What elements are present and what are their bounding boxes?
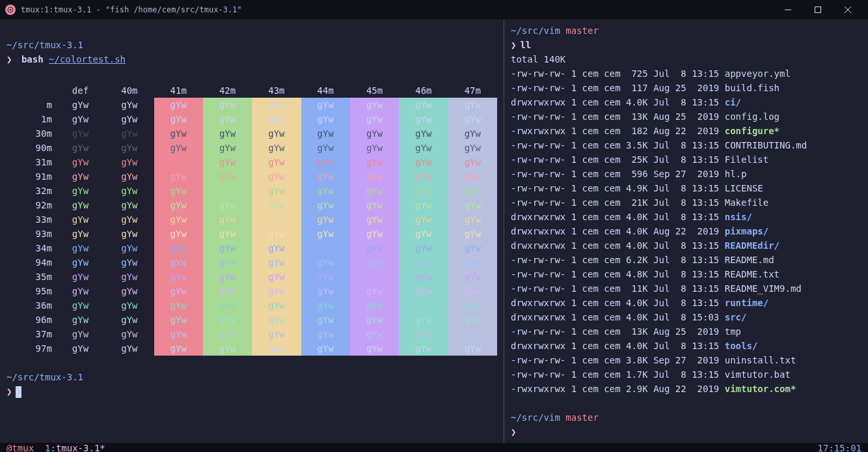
colortest-cell: gYw [301,169,350,184]
colortest-cell: gYw [399,155,448,169]
colortest-cell: gYw [252,155,301,169]
colortest-cell: gYw [399,98,448,112]
colortest-cell: gYw [399,284,448,298]
colortest-cell: gYw [252,241,301,255]
colortest-cell: gYw [203,198,252,212]
ls-row: drwxrwxrwx 1 cem cem 4.0K Jul 8 13:15 to… [511,339,861,353]
colortest-cell: gYw [399,227,448,241]
ls-row: -rw-rw-rw- 1 cem cem 596 Sep 27 2019 hl.… [511,167,861,181]
colortest-cell: gYw [154,126,203,141]
colortest-cell: gYw [252,112,301,126]
left-pane[interactable]: ~/src/tmux-3.1 ❯ bash ~/colortest.sh def… [0,20,504,443]
prompt-ready-r[interactable]: ❯ [511,425,861,439]
ls-row: -rw-rw-rw- 1 cem cem 25K Jul 8 13:15 Fil… [511,152,861,167]
colortest-cell: gYw [154,212,203,227]
colortest-row-label: 1m [7,112,56,126]
prompt-ready[interactable]: ❯ [7,384,497,399]
colortest-cell: gYw [56,255,105,270]
colortest-cell: gYw [154,227,203,241]
ls-row: -rwxrwxrwx 1 cem cem 182 Aug 22 2019 con… [511,124,861,138]
colortest-cell: gYw [56,169,105,184]
colortest-row-label: 91m [7,169,56,184]
colortest-cell: gYw [154,112,203,126]
colortest-cell: gYw [301,313,350,327]
ls-filename: LICENSE [725,183,763,193]
colortest-cell: gYw [350,298,399,313]
colortest-cell: gYw [399,141,448,155]
ls-row: drwxrwxrwx 1 cem cem 4.0K Jul 8 15:03 sr… [511,310,861,324]
ls-row: -rw-rw-rw- 1 cem cem 21K Jul 8 13:15 Mak… [511,195,861,210]
right-pane[interactable]: ~/src/vim master ❯ll total 140K -rw-rw-r… [504,20,868,443]
ls-filename: vimtutor.bat [725,369,791,380]
ls-filename: README.md [725,255,774,265]
colortest-row-label: 37m [7,327,56,341]
colortest-cell: gYw [105,341,154,356]
prompt-path: ~/src/tmux-3.1 [7,38,497,52]
prompt-path-r: ~/src/vim master [511,23,861,38]
ls-filename: pixmaps/ [725,226,768,236]
colortest-cell: gYw [105,298,154,313]
colortest-cell: gYw [301,155,350,169]
colortest-cell: gYw [203,255,252,270]
colortest-cell: gYw [301,341,350,356]
colortest-cell: gYw [252,341,301,356]
colortest-cell: gYw [154,184,203,198]
colortest-cell: gYw [448,155,497,169]
colortest-cell: gYw [399,298,448,313]
colortest-cell: gYw [448,212,497,227]
colortest-cell: gYw [203,212,252,227]
ls-filename: READMEdir/ [725,240,780,251]
close-button[interactable] [833,0,863,20]
colortest-cell: gYw [399,184,448,198]
colortest-cell: gYw [350,212,399,227]
colortest-cell: gYw [301,255,350,270]
colortest-cell: gYw [252,98,301,112]
maximize-button[interactable] [803,0,833,20]
colortest-cell: gYw [301,270,350,284]
colortest-header [7,83,56,98]
prompt-path-r2: ~/src/vim master [511,410,861,425]
colortest-cell: gYw [203,327,252,341]
colortest-cell: gYw [350,141,399,155]
ls-filename: CONTRIBUTING.md [725,140,807,150]
colortest-header: 41m [154,83,203,98]
ls-row: -rw-rw-rw- 1 cem cem 4.8K Jul 8 13:15 RE… [511,267,861,281]
colortest-row-label: 34m [7,241,56,255]
colortest-cell: gYw [203,270,252,284]
colortest-cell: gYw [399,169,448,184]
colortest-cell: gYw [56,141,105,155]
colortest-cell: gYw [105,255,154,270]
colortest-cell: gYw [105,313,154,327]
colortest-cell: gYw [105,112,154,126]
colortest-cell: gYw [56,155,105,169]
minimize-button[interactable] [773,0,803,20]
colortest-cell: gYw [105,98,154,112]
colortest-cell: gYw [154,313,203,327]
colortest-cell: gYw [154,98,203,112]
colortest-cell: gYw [252,169,301,184]
colortest-cell: gYw [105,141,154,155]
status-clock: 17:15:01 [818,443,861,452]
ls-filename: hl.p [725,169,747,179]
status-window-name: tmux-3.1* [56,443,105,452]
ls-filename: configure* [725,126,780,136]
colortest-cell: gYw [203,141,252,155]
colortest-cell: gYw [350,284,399,298]
colortest-cell: gYw [203,241,252,255]
colortest-header: 45m [350,83,399,98]
colortest-row-label: 36m [7,298,56,313]
ls-row: -rw-rw-rw- 1 cem cem 3.5K Jul 8 13:15 CO… [511,138,861,152]
colortest-cell: gYw [448,141,497,155]
tmux-statusbar[interactable]: @tmux 1: tmux-3.1* 17:15:01 [0,443,868,452]
colortest-cell: gYw [399,270,448,284]
colortest-row-label: 90m [7,141,56,155]
colortest-header: 44m [301,83,350,98]
ls-row: drwxrwxrwx 1 cem cem 4.0K Aug 22 2019 pi… [511,224,861,238]
colortest-cell: gYw [252,184,301,198]
colortest-cell: gYw [56,341,105,356]
ls-filename: nsis/ [725,212,752,222]
colortest-cell: gYw [105,212,154,227]
colortest-cell: gYw [105,126,154,141]
colortest-cell: gYw [154,198,203,212]
prompt-command: ❯ bash ~/colortest.sh [7,52,497,66]
